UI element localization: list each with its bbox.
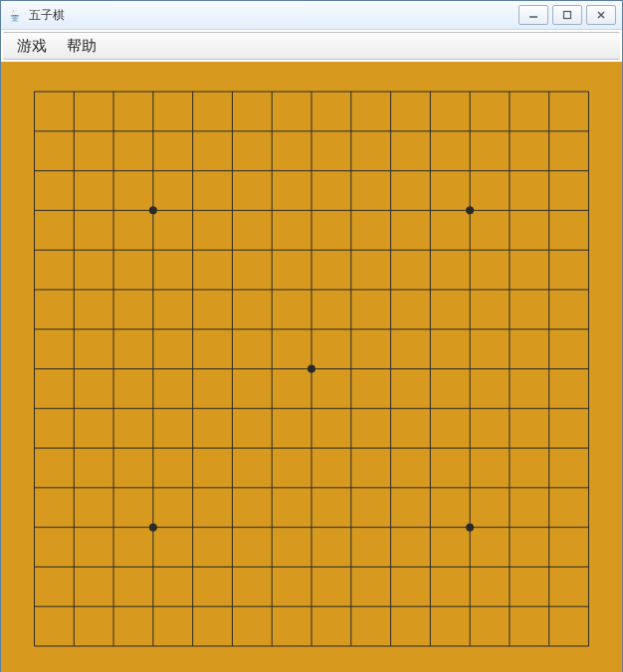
titlebar[interactable]: 五子棋 <box>1 1 622 30</box>
close-button[interactable] <box>586 5 616 25</box>
star-point <box>466 524 474 532</box>
star-point <box>308 365 315 373</box>
window-controls <box>519 5 616 25</box>
title-left: 五子棋 <box>7 7 65 24</box>
star-point <box>466 206 474 214</box>
maximize-button[interactable] <box>552 5 582 25</box>
star-point <box>149 524 157 532</box>
minimize-button[interactable] <box>519 5 548 25</box>
gomoku-board[interactable] <box>1 62 622 672</box>
menu-item-game[interactable]: 游戏 <box>7 33 57 59</box>
java-icon <box>7 7 23 23</box>
star-point <box>149 206 157 214</box>
svg-rect-1 <box>564 12 571 19</box>
window-title: 五子棋 <box>29 7 65 24</box>
app-window: 五子棋 游戏 帮助 <box>0 0 623 672</box>
board-container <box>1 62 622 671</box>
menu-item-help[interactable]: 帮助 <box>57 33 106 59</box>
menubar: 游戏 帮助 <box>3 32 620 60</box>
